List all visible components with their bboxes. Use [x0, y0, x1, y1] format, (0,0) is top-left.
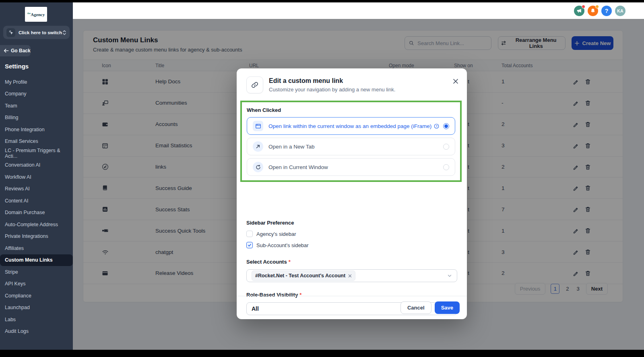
checkbox-label: Agency's sidebar [256, 231, 296, 237]
arrow-left-icon [4, 48, 9, 53]
sidebar-item-auto-complete-address[interactable]: Auto-Complete Address [0, 219, 73, 231]
sidebar-item-phone-integration[interactable]: Phone Integration [0, 124, 73, 136]
bell-icon [590, 8, 596, 14]
sidebar-item-email-services[interactable]: Email Services [0, 136, 73, 148]
option-label: Open link within the current window as a… [268, 123, 431, 129]
sidebar-item-audit-logs[interactable]: Audit Logs [0, 326, 73, 338]
logo-name: Agency [31, 12, 45, 17]
sidebar-item-compliance[interactable]: Compliance [0, 290, 73, 302]
go-back-button[interactable]: Go Back [0, 45, 31, 56]
sidebar-item-private-integrations[interactable]: Private Integrations [0, 231, 73, 243]
avatar[interactable]: KA [615, 6, 625, 16]
logo-prefix: the [27, 12, 31, 14]
new-tab-icon [253, 141, 263, 152]
settings-sidebar: theAgency Click here to switch Go Back S… [0, 2, 73, 350]
notification-dot [595, 5, 599, 8]
checkbox-unchecked[interactable] [246, 231, 253, 237]
notification-dot [582, 5, 585, 8]
account-switcher[interactable]: Click here to switch [3, 26, 70, 39]
sub-account-sidebar-checkbox-row[interactable]: Sub-Account's sidebar [246, 242, 457, 248]
sidebar-item-domain-purchase[interactable]: Domain Purchase [0, 207, 73, 219]
iframe-icon [253, 121, 263, 131]
question-mark-icon: ? [605, 8, 609, 14]
cancel-button[interactable]: Cancel [400, 301, 431, 314]
sidebar-item-launchpad[interactable]: Launchpad [0, 302, 73, 314]
edit-custom-menu-link-modal: Edit a custom menu link Customize your n… [237, 68, 467, 319]
modal-header: Edit a custom menu link Customize your n… [237, 68, 467, 93]
sidebar-item-labs[interactable]: Labs [0, 314, 73, 326]
when-clicked-label: When Clicked [247, 107, 455, 113]
agency-sidebar-checkbox-row[interactable]: Agency's sidebar [246, 231, 457, 237]
checkbox-checked[interactable] [246, 242, 253, 248]
info-icon[interactable]: ? [434, 124, 439, 129]
sidebar-item-api-keys[interactable]: API Keys [0, 278, 73, 290]
close-icon[interactable] [452, 78, 459, 85]
switch-label: Click here to switch [19, 30, 62, 35]
radio-selected[interactable] [443, 123, 449, 129]
go-back-label: Go Back [11, 48, 31, 54]
open-mode-option-current-window[interactable]: Open in Current Window [247, 158, 455, 176]
account-tag: #Rocket.Net - Test Account's Account [252, 270, 355, 281]
refresh-icon [253, 162, 263, 172]
megaphone-icon [576, 8, 582, 14]
help-button[interactable]: ? [601, 6, 612, 16]
sidebar-item-workflow-ai[interactable]: Workflow AI [0, 171, 73, 183]
sidebar-item-company[interactable]: Company [0, 88, 73, 100]
sidebar-item-affiliates[interactable]: Affiliates [0, 242, 73, 254]
chevron-down-icon [447, 273, 452, 278]
avatar-initials: KA [617, 8, 623, 13]
click-cursor-icon [6, 28, 15, 37]
announcements-button[interactable] [574, 6, 584, 16]
required-asterisk: * [289, 259, 291, 265]
sidebar-item-my-profile[interactable]: My Profile [0, 76, 73, 88]
sidebar-preference-heading: Sidebar Preference [246, 220, 457, 226]
sidebar-item-lc-premium-triggers[interactable]: LC - Premium Triggers & Acti... [0, 147, 73, 159]
svg-text:?: ? [436, 124, 438, 127]
option-label: Open in Current Window [268, 164, 328, 170]
app-root: ? KA theAgency Click here to switch [0, 0, 644, 357]
top-bar: ? KA [73, 2, 644, 19]
sidebar-heading: Settings [5, 63, 29, 70]
option-label: Open in a New Tab [268, 144, 315, 150]
notifications-button[interactable] [588, 6, 598, 16]
checkbox-label: Sub-Account's sidebar [256, 242, 309, 248]
agency-logo: theAgency [25, 7, 47, 22]
up-down-chevrons-icon [62, 30, 66, 35]
remove-tag-icon[interactable] [348, 274, 352, 278]
select-accounts-dropdown[interactable]: #Rocket.Net - Test Account's Account [246, 269, 457, 282]
save-button[interactable]: Save [435, 301, 460, 314]
sidebar-nav: My Profile Company Team Billing Phone In… [0, 76, 73, 337]
select-accounts-heading: Select Accounts* [246, 259, 457, 265]
open-mode-option-new-tab[interactable]: Open in a New Tab [247, 138, 455, 155]
sidebar-item-billing[interactable]: Billing [0, 112, 73, 124]
account-tag-label: #Rocket.Net - Test Account's Account [255, 273, 345, 279]
sidebar-item-stripe[interactable]: Stripe [0, 266, 73, 278]
radio-unselected[interactable] [443, 144, 449, 150]
open-mode-option-iframe[interactable]: Open link within the current window as a… [247, 117, 455, 135]
modal-subtitle: Customize your navigation by adding a ne… [269, 87, 395, 93]
sidebar-item-custom-menu-links[interactable]: Custom Menu Links [0, 254, 73, 266]
modal-footer: Cancel Save [237, 296, 467, 319]
sidebar-item-team[interactable]: Team [0, 100, 73, 112]
sidebar-item-conversation-ai[interactable]: Conversation AI [0, 159, 73, 171]
link-icon [246, 76, 263, 93]
sidebar-item-reviews-ai[interactable]: Reviews AI [0, 183, 73, 195]
when-clicked-highlight: When Clicked Open link within the curren… [240, 101, 462, 182]
sidebar-item-content-ai[interactable]: Content AI [0, 195, 73, 207]
radio-unselected[interactable] [443, 164, 449, 170]
modal-title: Edit a custom menu link [269, 77, 395, 85]
